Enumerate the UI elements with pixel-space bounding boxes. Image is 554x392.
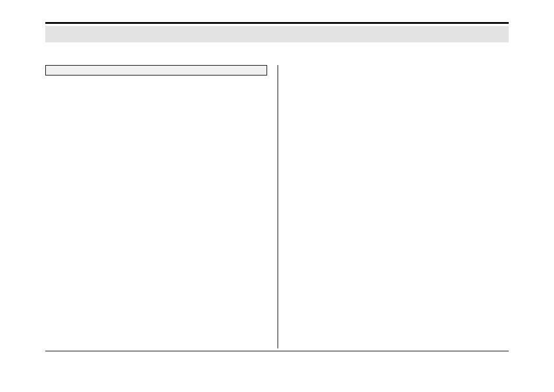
bottom-rule xyxy=(45,351,509,351)
column-divider xyxy=(278,65,278,348)
page-header xyxy=(45,22,509,42)
right-column xyxy=(287,65,509,348)
left-box xyxy=(45,65,267,75)
header-band xyxy=(45,26,509,42)
left-column xyxy=(45,65,271,348)
content-columns xyxy=(45,65,509,348)
top-rule xyxy=(45,22,509,24)
